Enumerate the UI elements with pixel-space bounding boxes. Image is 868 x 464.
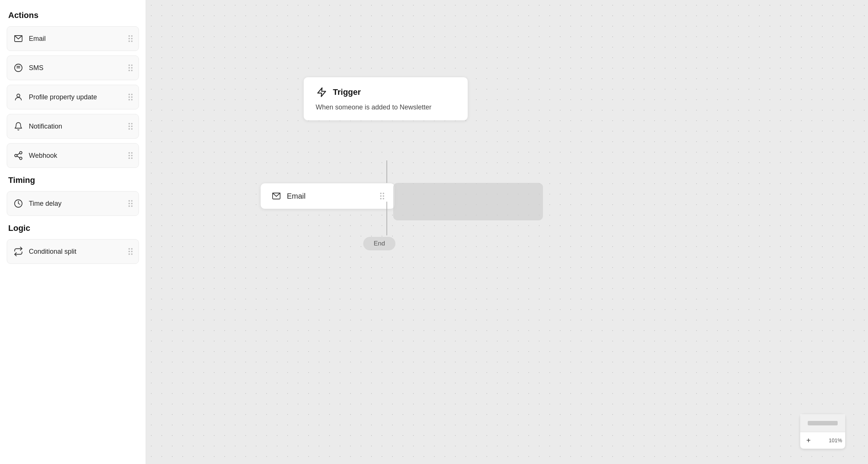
email-node-left: Email	[271, 191, 306, 201]
zoom-plus-button[interactable]: +	[802, 434, 815, 447]
sidebar-item-notification[interactable]: Notification	[7, 114, 139, 139]
action-item-left-time-delay: Time delay	[13, 198, 61, 209]
email-label: Email	[29, 35, 46, 43]
webhook-label: Webhook	[29, 152, 57, 160]
zoom-footer: + 101%	[800, 432, 845, 449]
minimap	[800, 414, 845, 432]
sms-label: SMS	[29, 64, 43, 72]
drag-handle-email[interactable]	[128, 35, 133, 42]
workflow-canvas[interactable]: Trigger When someone is added to Newslet…	[146, 0, 868, 464]
ghost-node	[393, 183, 543, 220]
profile-property-update-label: Profile property update	[29, 93, 97, 101]
person-icon	[13, 92, 24, 102]
bell-icon	[13, 121, 24, 132]
drag-handle-webhook[interactable]	[128, 152, 133, 159]
drag-handle-profile[interactable]	[128, 94, 133, 100]
lightning-icon	[316, 86, 328, 98]
conditional-split-label: Conditional split	[29, 248, 76, 256]
action-item-left-email: Email	[13, 33, 46, 44]
action-item-left-webhook: Webhook	[13, 150, 57, 161]
sidebar-item-sms[interactable]: SMS	[7, 55, 139, 80]
drag-handle-time-delay[interactable]	[128, 200, 133, 207]
webhook-icon	[13, 150, 24, 161]
drag-handle-notification[interactable]	[128, 123, 133, 130]
trigger-title: Trigger	[333, 87, 361, 97]
notification-label: Notification	[29, 123, 62, 130]
drag-handle-conditional-split[interactable]	[128, 248, 133, 255]
connector-line-2	[386, 202, 387, 235]
sidebar-item-time-delay[interactable]: Time delay	[7, 191, 139, 216]
sidebar-item-profile-property-update[interactable]: Profile property update	[7, 85, 139, 109]
zoom-level: 101%	[827, 437, 844, 443]
end-node[interactable]: End	[363, 237, 395, 250]
sidebar-item-webhook[interactable]: Webhook	[7, 143, 139, 168]
split-icon	[13, 246, 24, 257]
trigger-node-header: Trigger	[316, 86, 456, 98]
mail-icon	[13, 33, 24, 44]
timing-section-title: Timing	[7, 175, 139, 185]
svg-line-8	[17, 156, 19, 158]
sidebar: Actions Email	[0, 0, 146, 464]
time-delay-label: Time delay	[29, 200, 61, 208]
email-canvas-icon	[271, 191, 282, 201]
minimap-bar	[808, 421, 838, 425]
email-canvas-label: Email	[287, 192, 306, 201]
sidebar-item-conditional-split[interactable]: Conditional split	[7, 239, 139, 264]
action-item-left-conditional-split: Conditional split	[13, 246, 76, 257]
connector-line-1	[386, 160, 387, 183]
end-label: End	[374, 240, 385, 247]
sidebar-item-email[interactable]: Email	[7, 26, 139, 51]
email-canvas-node[interactable]: Email	[260, 183, 395, 209]
trigger-description: When someone is added to Newsletter	[316, 103, 456, 111]
zoom-controls: + 101%	[800, 414, 846, 449]
svg-marker-11	[318, 88, 326, 96]
svg-line-9	[17, 153, 19, 155]
action-item-left-sms: SMS	[13, 63, 43, 73]
action-item-left-profile: Profile property update	[13, 92, 97, 102]
trigger-node[interactable]: Trigger When someone is added to Newslet…	[303, 77, 468, 121]
logic-section-title: Logic	[7, 223, 139, 233]
clock-icon	[13, 198, 24, 209]
svg-point-4	[17, 94, 20, 97]
sms-icon	[13, 63, 24, 73]
email-node-drag-handle[interactable]	[380, 193, 384, 199]
action-item-left-notification: Notification	[13, 121, 62, 132]
drag-handle-sms[interactable]	[128, 64, 133, 71]
actions-section-title: Actions	[7, 10, 139, 20]
